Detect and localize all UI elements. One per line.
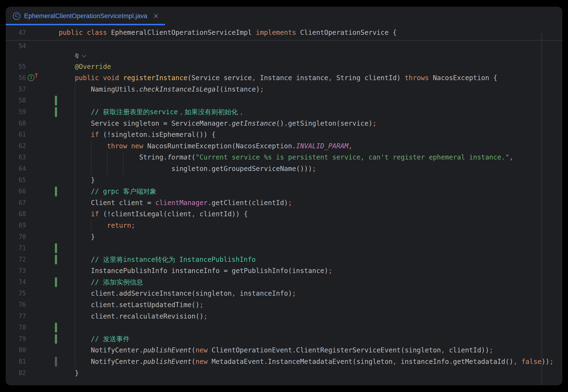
code-line[interactable]: 55 @Override [6, 61, 562, 72]
code-text: @Override [6, 61, 562, 72]
indent-guide [75, 84, 75, 367]
sticky-code: public class EphemeralClientOperationSer… [6, 25, 562, 40]
code-line[interactable]: 71 [6, 242, 562, 254]
code-line[interactable]: 57 NamingUtils.checkInstanceIsLegal(inst… [6, 84, 562, 95]
code-text: client.addServiceInstance(singleton, ins… [6, 288, 562, 299]
sticky-line[interactable]: 47 public class EphemeralClientOperation… [6, 25, 562, 41]
code-line[interactable]: 54 [6, 41, 562, 52]
code-line[interactable]: 56I↑ public void registerInstance(Servic… [6, 72, 562, 84]
code-line[interactable]: 70 } [6, 231, 562, 243]
code-line[interactable]: 67 Client client = clientManager.getClie… [6, 197, 562, 209]
code-text: if (!singleton.isEphemeral()) { [6, 129, 562, 140]
code-text [6, 95, 562, 106]
code-line[interactable]: 77 client.recalculateRevision(); [6, 311, 562, 322]
code-text: Client client = clientManager.getClient(… [6, 197, 562, 209]
code-line[interactable]: 58 [6, 95, 562, 106]
code-text [6, 242, 562, 254]
editor-tab[interactable]: C EphemeralClientOperationServiceImpl.ja… [6, 7, 165, 25]
code-text: // 添加实例信息 [6, 277, 562, 288]
code-line[interactable]: 75 client.addServiceInstance(singleton, … [6, 288, 562, 299]
code-line[interactable]: 73 InstancePublishInfo instanceInfo = ge… [6, 265, 562, 277]
indent-guide [91, 140, 91, 175]
code-text: } [6, 231, 562, 243]
code-text: // grpc 客户端对象 [6, 186, 562, 197]
code-text: // 这里将instance转化为 InstancePublishInfo [6, 254, 562, 266]
code-text: // 获取注册表里的service，如果没有则初始化， [6, 106, 562, 118]
code-line[interactable]: 63 String.format("Current service %s is … [6, 152, 562, 163]
code-text: client.setLastUpdatedTime(); [6, 299, 562, 311]
code-line[interactable]: 62 throw new NacosRuntimeException(Nacos… [6, 140, 562, 152]
code-line[interactable]: 78 [6, 322, 562, 333]
code-text: singleton.getGroupedServiceName())); [6, 163, 562, 175]
ai-actions-icon[interactable] [74, 53, 86, 59]
code-text [6, 322, 562, 333]
tab-label: EphemeralClientOperationServiceImpl.java [24, 12, 147, 20]
code-line[interactable]: 69 return; [6, 220, 562, 231]
right-margin-guide [541, 33, 542, 385]
code-line[interactable]: 72 // 这里将instance转化为 InstancePublishInfo [6, 254, 562, 266]
code-line[interactable]: 59 // 获取注册表里的service，如果没有则初始化， [6, 106, 562, 118]
editor-tab-bar: C EphemeralClientOperationServiceImpl.ja… [6, 7, 562, 25]
code-text: if (!clientIsLegal(client, clientId)) { [6, 208, 562, 220]
code-line[interactable]: 74 // 添加实例信息 [6, 277, 562, 288]
inline-hint-row [6, 52, 562, 61]
code-line[interactable]: 61 if (!singleton.isEphemeral()) { [6, 129, 562, 140]
java-class-icon: C [13, 12, 20, 20]
code-text [6, 41, 562, 52]
indent-guide [91, 220, 91, 231]
code-text: throw new NacosRuntimeException(NacosExc… [6, 140, 562, 152]
code-line[interactable]: 66 // grpc 客户端对象 [6, 186, 562, 197]
code-line[interactable]: 82 } [6, 367, 562, 379]
chevron-down-icon[interactable] [82, 53, 86, 57]
code-text: client.recalculateRevision(); [6, 311, 562, 322]
ide-window: C EphemeralClientOperationServiceImpl.ja… [6, 7, 562, 385]
tab-close-icon[interactable]: × [153, 13, 159, 19]
ai-spark-icon [74, 53, 80, 59]
code-line[interactable]: 80 NotifyCenter.publishEvent(new ClientO… [6, 345, 562, 356]
code-line[interactable]: 79 // 发送事件 [6, 333, 562, 345]
code-line[interactable]: 68 if (!clientIsLegal(client, clientId))… [6, 208, 562, 220]
code-text: InstancePublishInfo instanceInfo = getPu… [6, 265, 562, 277]
code-text: } [6, 175, 562, 186]
code-line[interactable]: 60 Service singleton = ServiceManager.ge… [6, 118, 562, 129]
code-text: // 发送事件 [6, 333, 562, 345]
code-text: String.format("Current service %s is per… [6, 152, 562, 163]
code-text: NotifyCenter.publishEvent(new MetadataEv… [6, 356, 562, 367]
code-line[interactable]: 76 client.setLastUpdatedTime(); [6, 299, 562, 311]
editor[interactable]: 54 55 @Override56I↑ public void register… [6, 41, 562, 385]
code-text: Service singleton = ServiceManager.getIn… [6, 118, 562, 129]
code-text: public void registerInstance(Service ser… [6, 72, 562, 84]
indent-guide [107, 152, 107, 174]
indent-guide [123, 152, 123, 174]
code-text: return; [6, 220, 562, 231]
code-text: NamingUtils.checkInstanceIsLegal(instanc… [6, 84, 562, 95]
code-line[interactable]: 65 } [6, 175, 562, 186]
code-line[interactable]: 64 singleton.getGroupedServiceName())); [6, 163, 562, 175]
code-text: } [6, 367, 562, 379]
code-text: NotifyCenter.publishEvent(new ClientOper… [6, 345, 562, 356]
code-line[interactable]: 81 NotifyCenter.publishEvent(new Metadat… [6, 356, 562, 367]
